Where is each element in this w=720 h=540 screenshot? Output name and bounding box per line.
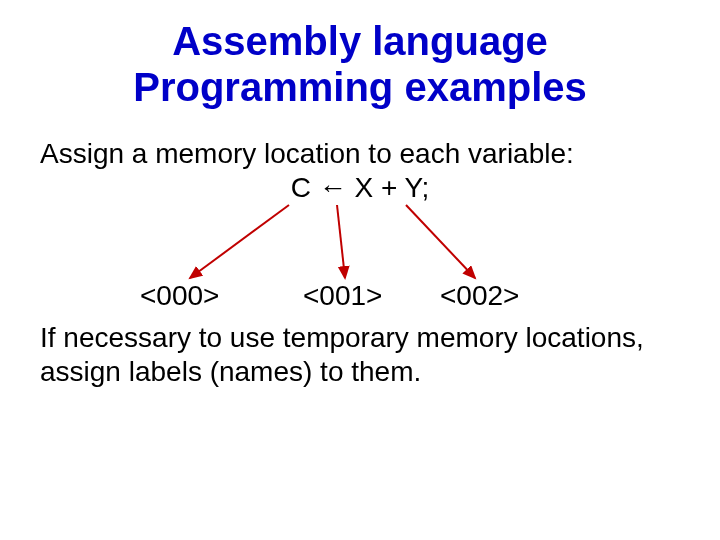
assign-line: Assign a memory location to each variabl…	[40, 138, 574, 170]
arrow-x-to-001	[337, 205, 345, 278]
slide: Assembly language Programming examples A…	[0, 0, 720, 540]
addr-002: <002>	[440, 280, 519, 312]
addr-001: <001>	[303, 280, 382, 312]
expression: C ← X + Y;	[0, 172, 720, 204]
title-line-2: Programming examples	[133, 65, 587, 109]
title-line-1: Assembly language	[172, 19, 548, 63]
note-line-1: If necessary to use temporary memory loc…	[40, 322, 644, 354]
slide-title: Assembly language Programming examples	[0, 18, 720, 110]
addr-000: <000>	[140, 280, 219, 312]
arrow-c-to-000	[190, 205, 289, 278]
note-line-2: assign labels (names) to them.	[40, 356, 421, 388]
arrow-y-to-002	[406, 205, 475, 278]
